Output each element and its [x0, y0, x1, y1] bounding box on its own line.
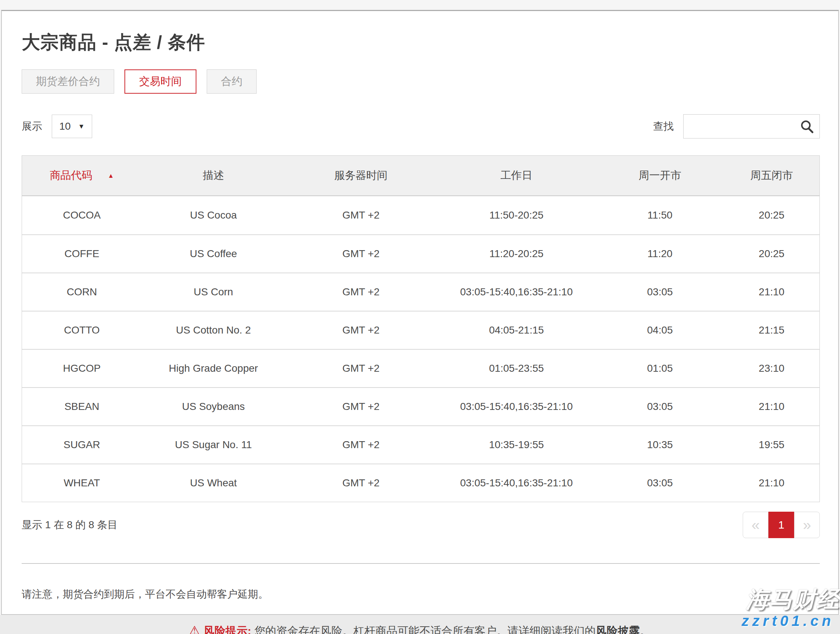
- search-icon: [800, 119, 814, 135]
- table-cell: US Corn: [142, 286, 285, 298]
- risk-warning-bar: ⚠ 风险提示: 您的资金存在风险。杠杆商品可能不适合所有客户。请详细阅读我们的风…: [0, 615, 840, 634]
- table-cell: US Sugar No. 11: [142, 439, 285, 451]
- search-box: [683, 114, 820, 139]
- table-cell: GMT +2: [285, 248, 437, 260]
- table-cell: COFFE: [22, 248, 142, 260]
- search-label: 查找: [653, 119, 674, 133]
- table-cell: 11:20: [596, 248, 724, 260]
- search-group: 查找: [653, 114, 820, 139]
- page-size-value: 10: [60, 120, 71, 132]
- tab-futures-cfd[interactable]: 期货差价合约: [22, 70, 114, 94]
- table-cell: COTTO: [22, 324, 142, 336]
- column-header-monday-open[interactable]: 周一开市: [596, 168, 724, 183]
- chevron-down-icon: ▼: [78, 123, 85, 130]
- table-body: COCOAUS CocoaGMT +211:50-20:2511:5020:25…: [22, 196, 819, 502]
- table-cell: GMT +2: [285, 362, 437, 374]
- table-cell: SBEAN: [22, 401, 142, 413]
- table-row: WHEATUS WheatGMT +203:05-15:40,16:35-21:…: [22, 463, 819, 502]
- table-header-row: 商品代码▲ 描述 服务器时间 工作日 周一开市 周五闭市: [22, 156, 819, 196]
- table-cell: US Soybeans: [142, 401, 285, 413]
- column-header-server-time[interactable]: 服务器时间: [285, 168, 437, 183]
- table-cell: COCOA: [22, 209, 142, 221]
- table-controls: 展示 10 ▼ 查找: [22, 114, 820, 139]
- table-cell: GMT +2: [285, 324, 437, 336]
- next-page-button[interactable]: »: [794, 512, 820, 538]
- table-cell: High Grade Copper: [142, 362, 285, 374]
- show-label: 展示: [22, 119, 42, 133]
- table-cell: 11:50-20:25: [437, 209, 596, 221]
- table-cell: 03:05: [596, 477, 724, 489]
- table-cell: US Wheat: [142, 477, 285, 489]
- table-cell: 21:15: [724, 324, 819, 336]
- table-cell: 20:25: [724, 209, 819, 221]
- footer-divider: [22, 563, 820, 564]
- column-header-weekdays[interactable]: 工作日: [437, 168, 596, 183]
- table-cell: 03:05-15:40,16:35-21:10: [437, 401, 596, 413]
- table-cell: 03:05: [596, 401, 724, 413]
- table-row: CORNUS CornGMT +203:05-15:40,16:35-21:10…: [22, 272, 819, 311]
- table-cell: CORN: [22, 286, 142, 298]
- table-row: SUGARUS Sugar No. 11GMT +210:35-19:5510:…: [22, 425, 819, 463]
- tab-contracts[interactable]: 合约: [207, 70, 257, 94]
- table-cell: 21:10: [724, 477, 819, 489]
- double-chevron-right-icon: »: [803, 517, 811, 533]
- content-panel: 大宗商品 - 点差 / 条件 期货差价合约 交易时间 合约 展示 10 ▼ 查找: [1, 10, 839, 615]
- table-cell: 01:05-23:55: [437, 362, 596, 374]
- table-cell: US Cotton No. 2: [142, 324, 285, 336]
- pager: « 1 »: [743, 512, 820, 538]
- table-row: COCOAUS CocoaGMT +211:50-20:2511:5020:25: [22, 196, 819, 234]
- table-row: COFFEUS CoffeeGMT +211:20-20:2511:2020:2…: [22, 234, 819, 272]
- current-page-button[interactable]: 1: [768, 512, 794, 538]
- table-cell: 21:10: [724, 401, 819, 413]
- table-cell: US Cocoa: [142, 209, 285, 221]
- tab-label: 交易时间: [139, 74, 182, 89]
- double-chevron-left-icon: «: [752, 517, 759, 533]
- table-cell: 04:05: [596, 324, 724, 336]
- table-cell: 03:05-15:40,16:35-21:10: [437, 477, 596, 489]
- table-cell: 11:20-20:25: [437, 248, 596, 260]
- table-cell: 04:05-21:15: [437, 324, 596, 336]
- expiry-note: 请注意，期货合约到期后，平台不会自动帮客户延期。: [22, 587, 820, 601]
- tab-bar: 期货差价合约 交易时间 合约: [22, 70, 820, 94]
- table-cell: 01:05: [596, 362, 724, 374]
- tab-trading-hours[interactable]: 交易时间: [125, 70, 196, 94]
- page-size-group: 展示 10 ▼: [22, 115, 92, 138]
- risk-disclosure-link[interactable]: 风险披露: [596, 625, 640, 634]
- page-title: 大宗商品 - 点差 / 条件: [22, 30, 820, 55]
- table-cell: GMT +2: [285, 286, 437, 298]
- table-cell: 20:25: [724, 248, 819, 260]
- previous-page-button[interactable]: «: [743, 512, 768, 538]
- search-input[interactable]: [684, 115, 840, 138]
- table-cell: 23:10: [724, 362, 819, 374]
- pagination-info: 显示 1 在 8 的 8 条目: [22, 518, 117, 532]
- table-cell: 19:55: [724, 439, 819, 451]
- page-size-select[interactable]: 10 ▼: [52, 115, 92, 138]
- table-cell: 03:05: [596, 286, 724, 298]
- tab-label: 合约: [221, 74, 242, 89]
- table-cell: 10:35: [596, 439, 724, 451]
- table-cell: WHEAT: [22, 477, 142, 489]
- pagination-row: 显示 1 在 8 的 8 条目 « 1 »: [22, 512, 820, 538]
- risk-prefix: 风险提示:: [204, 625, 251, 634]
- table-cell: 21:10: [724, 286, 819, 298]
- table-row: COTTOUS Cotton No. 2GMT +204:05-21:1504:…: [22, 311, 819, 349]
- table-row: SBEANUS SoybeansGMT +203:05-15:40,16:35-…: [22, 387, 819, 425]
- table-cell: 11:50: [596, 209, 724, 221]
- table-cell: SUGAR: [22, 439, 142, 451]
- table-cell: 03:05-15:40,16:35-21:10: [437, 286, 596, 298]
- column-header-description[interactable]: 描述: [142, 168, 285, 183]
- column-header-symbol[interactable]: 商品代码▲: [22, 168, 142, 183]
- table-cell: US Coffee: [142, 248, 285, 260]
- table-row: HGCOPHigh Grade CopperGMT +201:05-23:550…: [22, 349, 819, 387]
- table-cell: HGCOP: [22, 362, 142, 374]
- tab-label: 期货差价合约: [36, 74, 100, 89]
- risk-warning-line: ⚠ 风险提示: 您的资金存在风险。杠杆商品可能不适合所有客户。请详细阅读我们的风…: [189, 624, 651, 634]
- table-cell: 10:35-19:55: [437, 439, 596, 451]
- trading-hours-table: 商品代码▲ 描述 服务器时间 工作日 周一开市 周五闭市 COCOAUS Coc…: [22, 155, 820, 502]
- table-cell: GMT +2: [285, 477, 437, 489]
- sort-asc-icon: ▲: [107, 172, 114, 179]
- column-header-friday-close[interactable]: 周五闭市: [724, 168, 819, 183]
- risk-warning-text: 风险提示: 您的资金存在风险。杠杆商品可能不适合所有客户。请详细阅读我们的风险披…: [204, 624, 651, 634]
- table-cell: GMT +2: [285, 439, 437, 451]
- table-cell: GMT +2: [285, 209, 437, 221]
